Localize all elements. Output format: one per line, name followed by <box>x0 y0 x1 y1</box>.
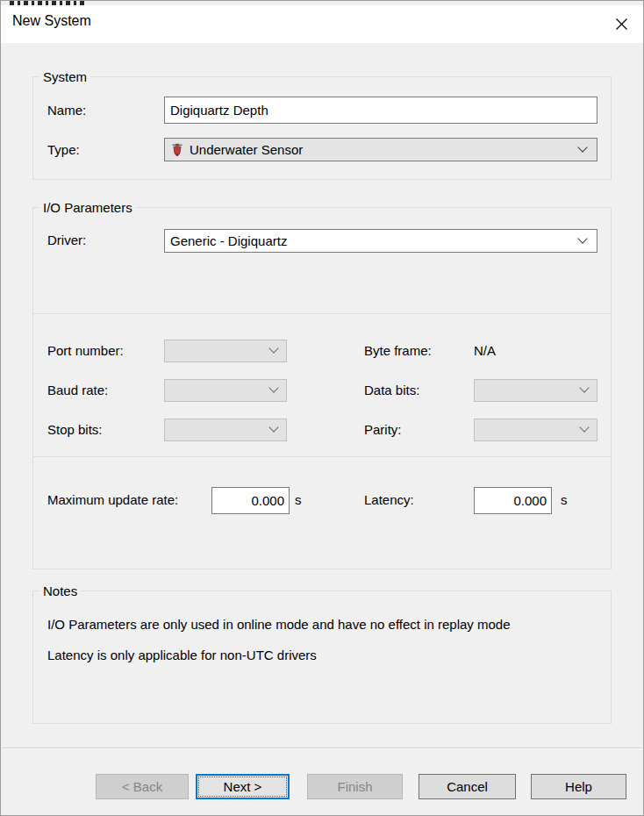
io-parameters-group-title: I/O Parameters <box>39 200 136 216</box>
port-number-label: Port number: <box>47 342 124 360</box>
port-settings-box: Port number: Byte frame: N/A Baud rate: … <box>32 313 612 457</box>
help-button[interactable]: Help <box>531 774 626 799</box>
driver-label: Driver: <box>47 232 86 249</box>
baud-rate-dropdown <box>164 379 287 402</box>
finish-button: Finish <box>307 774 403 799</box>
chevron-down-icon <box>268 383 278 392</box>
chevron-down-icon <box>268 343 278 353</box>
dialog-titlebar: New System <box>1 5 643 43</box>
chevron-down-icon <box>579 383 589 392</box>
max-update-rate-unit: s <box>295 491 302 509</box>
update-rate-box: Maximum update rate: s Latency: s <box>32 456 612 569</box>
type-dropdown[interactable]: Underwater Sensor <box>164 138 597 161</box>
new-system-dialog: New System System Name: Type: Underwater… <box>0 0 644 816</box>
data-bits-label: Data bits: <box>364 382 419 399</box>
type-value: Underwater Sensor <box>190 142 303 157</box>
chevron-down-icon <box>268 422 278 432</box>
data-bits-dropdown <box>474 379 597 402</box>
notes-line-1: I/O Parameters are only used in online m… <box>47 616 511 633</box>
name-label: Name: <box>47 102 86 119</box>
type-label: Type: <box>47 141 80 159</box>
footer-separator <box>2 748 642 748</box>
stop-bits-label: Stop bits: <box>47 421 103 439</box>
chevron-down-icon <box>579 422 589 432</box>
parity-dropdown <box>474 419 597 441</box>
byte-frame-label: Byte frame: <box>364 342 432 360</box>
notes-group-title: Notes <box>39 583 81 599</box>
back-button: < Back <box>96 774 189 799</box>
driver-dropdown[interactable]: Generic - Digiquartz <box>164 229 597 253</box>
system-group: System Name: Type: Underwater Sensor <box>32 76 612 180</box>
dialog-title: New System <box>12 13 91 29</box>
underwater-sensor-icon <box>170 143 184 157</box>
driver-value: Generic - Digiquartz <box>170 233 287 248</box>
close-icon[interactable] <box>610 12 633 35</box>
next-button[interactable]: Next > <box>196 774 290 799</box>
name-input[interactable] <box>164 97 597 124</box>
latency-unit: s <box>561 491 568 509</box>
chevron-down-icon <box>577 233 587 243</box>
stop-bits-dropdown <box>164 419 287 441</box>
latency-label: Latency: <box>364 491 414 509</box>
parity-label: Parity: <box>364 421 402 439</box>
chevron-down-icon <box>577 142 587 152</box>
io-parameters-group: I/O Parameters Driver: Generic - Digiqua… <box>32 207 612 314</box>
max-update-rate-input[interactable] <box>211 487 290 514</box>
cancel-button[interactable]: Cancel <box>419 774 516 799</box>
notes-line-2: Latency is only applicable for non-UTC d… <box>47 647 317 664</box>
notes-group: Notes I/O Parameters are only used in on… <box>32 591 612 724</box>
port-number-dropdown <box>164 340 287 362</box>
max-update-rate-label: Maximum update rate: <box>47 491 178 509</box>
byte-frame-value: N/A <box>474 342 496 360</box>
system-group-title: System <box>39 69 90 85</box>
baud-rate-label: Baud rate: <box>47 382 108 399</box>
close-x-glyph <box>615 18 628 31</box>
latency-input[interactable] <box>474 487 552 514</box>
